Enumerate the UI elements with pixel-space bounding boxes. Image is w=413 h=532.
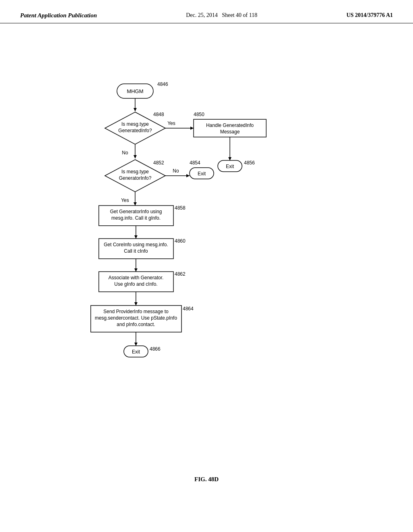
figure-caption: FIG. 48D xyxy=(194,476,219,483)
svg-text:4854: 4854 xyxy=(190,160,200,166)
header-center: Dec. 25, 2014 Sheet 40 of 118 xyxy=(186,12,257,19)
diagram-area: MHGM 4846 4848 Is mesg.type GeneratedInf… xyxy=(0,23,413,507)
svg-text:Yes: Yes xyxy=(121,197,129,203)
svg-text:Send ProviderInfo message to: Send ProviderInfo message to xyxy=(103,309,169,314)
svg-text:4850: 4850 xyxy=(194,112,204,117)
page-header: Patent Application Publication Dec. 25, … xyxy=(0,0,413,23)
svg-text:Is mesg.type: Is mesg.type xyxy=(121,121,149,127)
svg-marker-35 xyxy=(133,202,137,206)
svg-text:MHGM: MHGM xyxy=(127,88,143,94)
svg-text:4860: 4860 xyxy=(175,238,186,244)
svg-marker-48 xyxy=(134,268,138,272)
svg-text:4864: 4864 xyxy=(183,306,194,312)
svg-text:GeneratedInfo?: GeneratedInfo? xyxy=(118,128,152,133)
svg-text:4856: 4856 xyxy=(244,160,255,166)
svg-text:Message: Message xyxy=(220,129,240,135)
svg-marker-4 xyxy=(133,108,137,111)
svg-marker-61 xyxy=(134,343,138,346)
svg-text:Handle GeneratedInfo: Handle GeneratedInfo xyxy=(206,123,254,128)
svg-marker-10 xyxy=(190,127,194,130)
svg-text:Exit: Exit xyxy=(226,164,234,169)
svg-marker-42 xyxy=(134,235,138,239)
svg-text:GeneratorInfo?: GeneratorInfo? xyxy=(119,175,152,181)
flowchart-svg: MHGM 4846 4848 Is mesg.type GeneratedInf… xyxy=(0,23,413,507)
header-left: Patent Application Publication xyxy=(20,12,97,19)
svg-text:Associate with Generator.: Associate with Generator. xyxy=(108,275,164,281)
pub-date: Dec. 25, 2014 xyxy=(186,12,218,18)
svg-text:Get CoreInfo using mesg.info.: Get CoreInfo using mesg.info. xyxy=(104,242,168,247)
svg-text:Exit: Exit xyxy=(132,349,140,355)
svg-text:4848: 4848 xyxy=(153,112,164,117)
svg-marker-24 xyxy=(186,174,190,177)
sheet-info: Sheet 40 of 118 xyxy=(222,12,257,18)
svg-marker-54 xyxy=(134,302,138,305)
svg-text:Is mesg.type: Is mesg.type xyxy=(121,169,149,175)
svg-text:4858: 4858 xyxy=(175,205,186,211)
svg-text:Call it cInfo: Call it cInfo xyxy=(124,248,148,254)
svg-text:4846: 4846 xyxy=(157,81,168,87)
svg-text:Yes: Yes xyxy=(167,121,175,126)
svg-text:4852: 4852 xyxy=(153,160,164,166)
svg-text:No: No xyxy=(173,168,179,174)
svg-marker-17 xyxy=(133,155,137,158)
svg-text:Exit: Exit xyxy=(198,171,206,177)
svg-text:4866: 4866 xyxy=(150,346,161,352)
svg-text:Get GeneratorInfo using: Get GeneratorInfo using xyxy=(110,209,162,214)
header-right: US 2014/379776 A1 xyxy=(346,12,393,19)
svg-text:mesg.sendercontact. Use pState: mesg.sendercontact. Use pState.pInfo xyxy=(95,315,177,321)
svg-text:and pInfo.contact.: and pInfo.contact. xyxy=(117,322,155,327)
svg-text:Use gInfo and cInfo.: Use gInfo and cInfo. xyxy=(114,281,157,287)
svg-text:4862: 4862 xyxy=(175,271,186,277)
svg-text:mesg.info. Call it gInfo.: mesg.info. Call it gInfo. xyxy=(111,215,161,221)
svg-text:No: No xyxy=(122,150,128,156)
svg-marker-30 xyxy=(228,157,232,160)
